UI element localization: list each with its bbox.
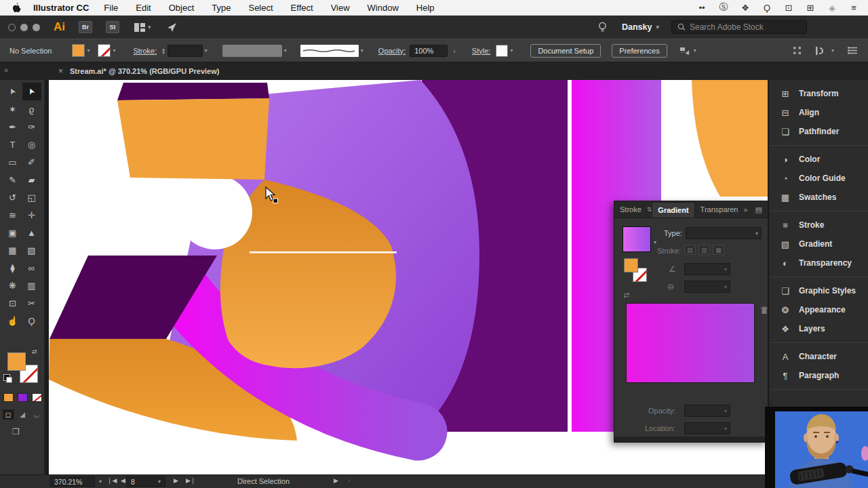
artboard-tool[interactable]: ⊡: [3, 294, 22, 312]
default-fill-stroke-icon[interactable]: [3, 374, 10, 381]
free-transform-tool[interactable]: ✛: [22, 206, 41, 224]
gradient-slider[interactable]: [626, 303, 755, 383]
draw-behind-icon[interactable]: ◢: [17, 409, 28, 420]
close-document-icon[interactable]: ×: [58, 66, 63, 76]
app-name[interactable]: Illustrator CC: [33, 3, 89, 13]
menu-item-select[interactable]: Select: [248, 3, 273, 13]
column-graph-tool[interactable]: ▥: [22, 277, 41, 294]
stroke-weight-value[interactable]: [167, 45, 203, 57]
mesh-tool[interactable]: ▦: [3, 241, 22, 259]
more-dots-icon[interactable]: ••: [697, 3, 707, 13]
color-button[interactable]: [3, 393, 14, 402]
shape-builder-tool[interactable]: ▣: [3, 224, 22, 241]
status-expand-icon[interactable]: ▶: [334, 477, 338, 484]
chevron-down-icon[interactable]: ▾: [87, 47, 90, 54]
hand-tool[interactable]: ☝: [3, 312, 22, 329]
width-tool[interactable]: ≋: [3, 206, 22, 224]
workspace-switcher[interactable]: ▾: [815, 46, 834, 56]
menu-item-view[interactable]: View: [331, 3, 350, 13]
perspective-grid-tool[interactable]: ▲: [22, 224, 41, 241]
none-button[interactable]: [32, 393, 42, 402]
stroke-weight-label[interactable]: Stroke:: [133, 47, 157, 55]
gradient-tool[interactable]: ▧: [22, 241, 41, 259]
chevron-down-icon[interactable]: ▾: [99, 479, 102, 485]
display-icon[interactable]: ⊡: [784, 3, 793, 13]
type-tool[interactable]: T: [3, 136, 22, 153]
spiral-tool[interactable]: ◎: [22, 136, 41, 153]
touch-workspace-icon[interactable]: [793, 46, 802, 55]
tab-stroke[interactable]: Stroke: [614, 202, 647, 217]
dropbox-icon[interactable]: ❖: [741, 3, 750, 13]
opacity-dropdown[interactable]: ▾: [684, 405, 730, 417]
gradient-fill-swatch[interactable]: [623, 226, 651, 252]
gpu-performance-icon[interactable]: [166, 22, 178, 33]
chevron-down-icon[interactable]: ▾: [205, 47, 208, 54]
panel-resize-strip[interactable]: [614, 436, 768, 442]
stroke-weight-stepper[interactable]: ▴▾: [162, 47, 165, 54]
spotlight-search-icon[interactable]: Ϙ: [762, 3, 772, 13]
bridge-button[interactable]: Br: [79, 21, 92, 33]
apple-icon[interactable]: [12, 3, 21, 13]
dock-item-transform[interactable]: ⊞Transform: [769, 84, 868, 103]
panel-list-icon[interactable]: [848, 47, 857, 54]
app-grid-icon[interactable]: ⊞: [806, 3, 815, 13]
angle-dropdown[interactable]: ▾: [684, 263, 730, 275]
notification-center-icon[interactable]: ≡: [849, 3, 859, 13]
lasso-tool[interactable]: ϱ: [22, 100, 41, 118]
dock-item-character[interactable]: ACharacter: [769, 347, 868, 366]
zoom-level-dropdown[interactable]: 370.21%: [50, 476, 95, 487]
menu-item-help[interactable]: Help: [416, 3, 435, 13]
stroke-gradient-along-icon[interactable]: ▥: [698, 245, 710, 255]
dock-item-paragraph[interactable]: ¶Paragraph: [769, 366, 868, 385]
pen-tool[interactable]: ✒: [3, 118, 22, 136]
style-swatch[interactable]: [496, 45, 508, 57]
swap-fill-stroke-icon[interactable]: ⇄: [32, 348, 37, 355]
style-label[interactable]: Style:: [472, 47, 491, 55]
arrange-documents-icon[interactable]: ▾: [134, 23, 151, 32]
delete-stop-icon[interactable]: [761, 306, 768, 314]
opacity-label[interactable]: Opacity:: [378, 47, 406, 55]
menu-item-object[interactable]: Object: [169, 3, 195, 13]
dock-item-pathfinder[interactable]: ❏Pathfinder: [769, 122, 868, 141]
chevron-down-icon[interactable]: ▾: [654, 239, 656, 245]
brush-definition-dropdown[interactable]: [222, 45, 282, 57]
scroll-left-icon[interactable]: ‹: [349, 477, 351, 484]
dock-item-appearance[interactable]: ❂Appearance: [769, 300, 868, 319]
draw-normal-icon[interactable]: ◻: [3, 409, 14, 420]
zoom-tool[interactable]: Ϙ: [22, 312, 41, 329]
menu-item-effect[interactable]: Effect: [291, 3, 313, 13]
artboard-navigation-dropdown[interactable]: 8 ▾: [126, 476, 165, 487]
document-tab[interactable]: × Stream.ai* @ 370.21% (RGB/GPU Preview): [49, 62, 229, 80]
preferences-button[interactable]: Preferences: [612, 44, 667, 58]
dock-item-layers[interactable]: ❖Layers: [769, 319, 868, 338]
paintbrush-tool[interactable]: ✐: [22, 153, 41, 171]
tab-gradient[interactable]: Gradient: [652, 202, 694, 218]
zoom-window-button[interactable]: [33, 24, 40, 31]
scale-tool[interactable]: ◱: [22, 188, 41, 206]
reverse-gradient-icon[interactable]: ⇄: [623, 291, 629, 300]
draw-inside-icon[interactable]: ◡: [31, 409, 43, 420]
collapse-panels-icon[interactable]: «: [4, 66, 8, 74]
minimize-window-button[interactable]: [20, 24, 28, 31]
stroke-gradient-across-icon[interactable]: ▩: [713, 245, 724, 255]
align-options-icon[interactable]: ▾: [679, 46, 696, 56]
gradient-button[interactable]: [18, 393, 28, 402]
dock-item-stroke[interactable]: ≡Stroke: [769, 216, 868, 235]
eyedropper-tool[interactable]: ⧫: [3, 259, 22, 277]
selection-tool[interactable]: ➤: [3, 83, 22, 100]
aspect-ratio-dropdown[interactable]: ▾: [684, 281, 730, 293]
fill-color-swatch[interactable]: [72, 44, 85, 57]
skype-icon[interactable]: Ⓢ: [719, 1, 728, 14]
stroke-color-swatch[interactable]: [98, 44, 111, 57]
next-artboard-icon[interactable]: ▶: [174, 477, 178, 484]
dock-item-align[interactable]: ⊟Align: [769, 103, 868, 122]
rotate-tool[interactable]: ↺: [3, 188, 22, 206]
tab-transparency[interactable]: Transparen: [695, 202, 744, 217]
chevron-down-icon[interactable]: ▾: [284, 47, 287, 54]
menu-item-file[interactable]: File: [104, 3, 118, 13]
location-dropdown[interactable]: ▾: [684, 422, 730, 434]
siri-icon[interactable]: ◈: [827, 3, 837, 13]
menu-item-type[interactable]: Type: [212, 3, 231, 13]
dock-item-color[interactable]: ◑Color: [769, 150, 868, 169]
variable-width-profile-dropdown[interactable]: [300, 45, 359, 57]
